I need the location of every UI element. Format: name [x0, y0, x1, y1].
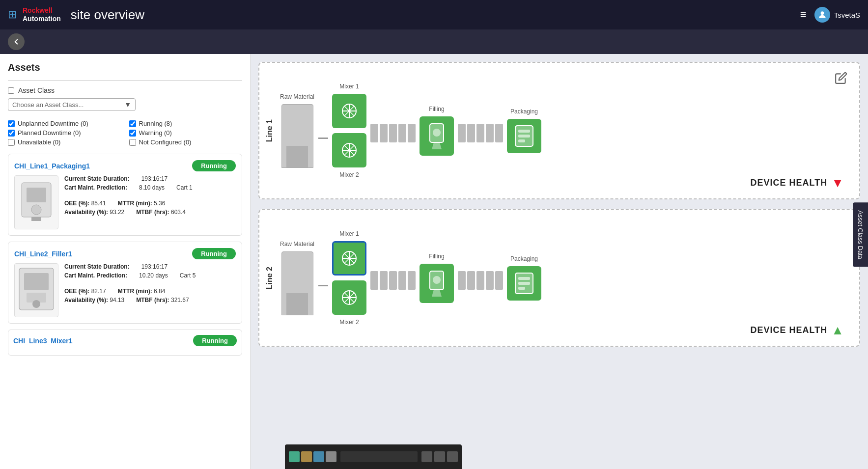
asset-class-row: Asset Class	[8, 86, 242, 94]
filter-warning[interactable]: Warning (0)	[129, 129, 243, 137]
svg-point-3	[31, 205, 41, 215]
asset-card-2-thumbnail	[14, 263, 58, 317]
asset-2-mttr-value: 6.84	[154, 288, 165, 295]
line-1-dh-label: DEVICE HEALTH	[751, 178, 828, 188]
svg-rect-4	[31, 217, 41, 221]
line-1-packaging-label: Packaging	[510, 108, 538, 115]
filter-planned-downtime[interactable]: Planned Downtime (0)	[8, 129, 121, 137]
menu-icon[interactable]: ≡	[800, 8, 807, 21]
line-2-components: Raw Material Mixer 1	[280, 230, 849, 326]
asset-1-avail-label: Availability (%):	[64, 209, 108, 216]
line-1-raw-tank	[281, 104, 313, 168]
asset-card-3-link[interactable]: CHI_Line3_Mixer1	[13, 337, 73, 345]
line-2-conveyor-2	[458, 271, 503, 290]
filter-unplanned-label: Unplanned Downtime (0)	[18, 120, 88, 127]
asset-2-mttr-label: MTTR (min):	[118, 288, 152, 295]
filter-running[interactable]: Running (8)	[129, 120, 243, 127]
line-2-mixer1-box[interactable]	[332, 241, 366, 276]
sidebar: Assets Asset Class Choose an Asset Class…	[0, 54, 251, 469]
filter-warning-label: Warning (0)	[139, 129, 172, 137]
line-2-mixer2-box[interactable]	[332, 280, 366, 315]
topnav-right: ≡ TsvetaS	[800, 7, 860, 23]
line-2-raw-tank-bottom	[286, 293, 308, 315]
svg-rect-2	[27, 188, 46, 202]
asset-card-2-link[interactable]: CHI_Line2_Filler1	[14, 250, 72, 258]
line-2-dh-arrow-icon: ▲	[831, 323, 844, 338]
asset-card-1-status: Running	[192, 160, 236, 171]
filter-not-configured-checkbox[interactable]	[129, 139, 136, 146]
line-2-device-health: DEVICE HEALTH ▲	[751, 323, 844, 338]
filter-warning-checkbox[interactable]	[129, 130, 136, 137]
taskbar-icon-2	[301, 451, 312, 462]
username-label: TsvetaS	[834, 11, 860, 19]
filter-unavailable[interactable]: Unavailable (0)	[8, 138, 121, 146]
asset-class-dropdown[interactable]: Choose an Asset Class... ▼	[8, 98, 136, 111]
main-layout: Assets Asset Class Choose an Asset Class…	[0, 54, 868, 469]
line-1-mixer1-box[interactable]	[332, 94, 366, 128]
line-2-filling-box[interactable]	[420, 264, 454, 303]
logo: Rockwell Automation	[23, 6, 61, 23]
svg-rect-19	[518, 135, 530, 138]
line-2-raw-tank	[281, 251, 313, 315]
line-1-raw-tank-bottom	[286, 146, 308, 167]
asset-1-cart-label: Cart Maint. Prediction:	[64, 184, 127, 191]
grid-icon[interactable]: ⊞	[8, 8, 17, 21]
asset-1-oee-value: 85.41	[91, 200, 106, 207]
asset-1-cart-value: 8.10 days	[139, 184, 165, 191]
backbar	[0, 29, 868, 54]
taskbar-btn-1[interactable]	[421, 451, 432, 462]
asset-1-oee-label: OEE (%):	[64, 200, 89, 207]
line-1-packaging: Packaging	[507, 108, 541, 153]
line-1-mixer-group: Mixer 1	[332, 83, 366, 178]
line-2-dh-label: DEVICE HEALTH	[751, 325, 828, 335]
asset-card-1-link[interactable]: CHI_Line1_Packaging1	[14, 162, 90, 170]
back-button[interactable]	[8, 33, 25, 50]
asset-card-1-header: CHI_Line1_Packaging1 Running	[14, 160, 236, 171]
asset-class-checkbox[interactable]	[8, 87, 14, 94]
line-2-conveyor-1	[370, 271, 416, 290]
line-1-edit-icon[interactable]	[835, 72, 847, 87]
main-content: Line 1 Raw Material	[251, 54, 868, 469]
logo-line1: Rockwell	[23, 6, 61, 15]
filter-running-checkbox[interactable]	[129, 120, 136, 127]
filter-unplanned-downtime[interactable]: Unplanned Downtime (0)	[8, 120, 121, 127]
line-1-packaging-box[interactable]	[507, 119, 541, 153]
line-2-raw-label: Raw Material	[280, 241, 314, 248]
taskbar-btn-2[interactable]	[434, 451, 445, 462]
page-title: site overview	[71, 7, 144, 23]
asset-card-3: CHI_Line3_Mixer1 Running	[8, 330, 242, 356]
user-menu[interactable]: TsvetaS	[814, 7, 860, 23]
asset-class-data-tab[interactable]: Asset Class Data	[853, 202, 868, 267]
asset-2-cart-label: Cart Maint. Prediction:	[64, 272, 127, 279]
filter-unavailable-label: Unavailable (0)	[18, 138, 60, 146]
line-2-label: Line 2	[259, 267, 280, 289]
asset-2-oee-label: OEE (%):	[64, 288, 89, 295]
filter-planned-checkbox[interactable]	[8, 130, 15, 137]
asset-class-placeholder: Choose an Asset Class...	[12, 101, 84, 109]
line-1-filling-box[interactable]	[420, 116, 454, 156]
line-1-raw-material: Raw Material	[280, 93, 314, 168]
line-2-filling: Filling	[420, 253, 454, 303]
line-1-dh-arrow-icon: ▼	[831, 175, 844, 191]
asset-2-oee-value: 82.17	[91, 288, 106, 295]
line-1-mixer2-box[interactable]	[332, 133, 366, 167]
asset-1-cart-id: Cart 1	[176, 184, 193, 191]
filter-unplanned-checkbox[interactable]	[8, 120, 15, 127]
line-1-mixer2-label: Mixer 2	[339, 171, 359, 178]
line-1-conveyor-1	[370, 124, 416, 142]
svg-rect-31	[518, 282, 530, 285]
line-1-filling-label: Filling	[429, 106, 444, 112]
line-1-components: Raw Material Mixer 1	[280, 83, 849, 178]
filter-not-configured[interactable]: Not Configured (0)	[129, 138, 243, 146]
production-line-1: Line 1 Raw Material	[258, 62, 860, 199]
line-2-packaging-box[interactable]	[507, 266, 541, 301]
asset-class-label: Asset Class	[18, 86, 55, 94]
asset-1-avail-value: 93.22	[110, 209, 124, 216]
asset-card-2: CHI_Line2_Filler1 Running Current State …	[8, 242, 242, 324]
asset-2-mtbf-value: 321.67	[171, 297, 189, 303]
filter-unavailable-checkbox[interactable]	[8, 139, 15, 146]
svg-point-8	[32, 300, 40, 308]
line-1-label: Line 1	[259, 119, 280, 142]
line-1-conveyor-2	[458, 124, 503, 142]
taskbar-btn-3[interactable]	[447, 451, 458, 462]
